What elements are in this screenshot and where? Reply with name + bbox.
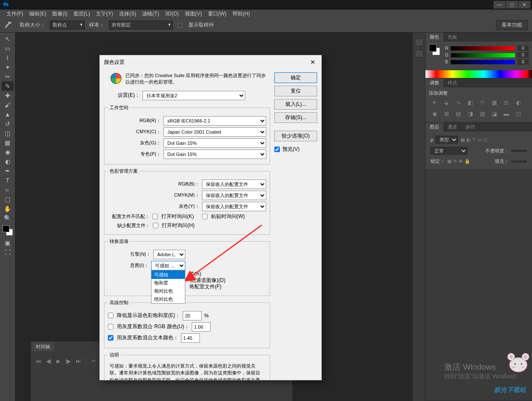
menu-image[interactable]: 图像(I) [49, 10, 70, 18]
hand-tool[interactable]: ✋ [2, 204, 14, 213]
mismatch-open-check[interactable] [152, 214, 158, 219]
p-rgb-select[interactable]: 保留嵌入的配置文件 [202, 180, 266, 189]
intent-select[interactable]: 可感知 ... [151, 261, 185, 270]
tl-prev-icon[interactable]: ◀| [46, 358, 51, 364]
p-cmyk-select[interactable]: 保留嵌入的配置文件 [202, 191, 266, 200]
adv-blend-text-check[interactable] [108, 335, 113, 341]
show-ring-checkbox[interactable] [177, 23, 182, 28]
tl-cut-icon[interactable]: ✄ [92, 358, 96, 364]
menu-3d[interactable]: 3D(D) [162, 11, 182, 17]
menu-edit[interactable]: 编辑(E) [26, 10, 49, 18]
lock-all-icon[interactable]: 🔒 [464, 159, 470, 164]
ws-gray-select[interactable]: Dot Gain 15% [163, 138, 266, 148]
stamp-tool[interactable]: ▲ [2, 110, 14, 119]
b-slider[interactable] [451, 60, 515, 64]
tl-last-icon[interactable]: ⏭ [76, 358, 81, 364]
settings-select[interactable]: 日本常规用途2 [143, 91, 245, 100]
crop-tool[interactable]: ✂ [2, 72, 14, 81]
adj-photo-icon[interactable]: ◉ [431, 110, 438, 117]
filter-shape-icon[interactable]: ▭ [477, 137, 481, 143]
adj-balance-icon[interactable]: ⚖ [502, 99, 510, 106]
menu-type[interactable]: 文字(Y) [93, 10, 116, 18]
tl-play-icon[interactable]: ▶ [56, 358, 60, 364]
reset-button[interactable]: 复位 [274, 86, 317, 96]
adv-blend-rgb-input[interactable] [192, 322, 211, 332]
sample-size-select[interactable]: 取样点 [50, 21, 85, 30]
path-tool[interactable]: ▹ [2, 185, 14, 195]
less-options-button[interactable]: 较少选项(O) [274, 131, 317, 141]
ws-rgb-select[interactable]: sRGB IEC61966-2.1 [163, 116, 266, 126]
lock-paint-icon[interactable]: ✎ [453, 159, 457, 164]
filter-pixel-icon[interactable]: ▦ [461, 137, 465, 143]
filter-smart-icon[interactable]: ◫ [483, 137, 487, 143]
adj-thresh-icon[interactable]: ◪ [490, 110, 498, 117]
zoom-tool[interactable]: 🔍 [2, 213, 14, 223]
history-brush-tool[interactable]: ↺ [2, 119, 14, 129]
minimize-button[interactable]: — [493, 1, 505, 9]
timeline-tab[interactable]: 时间轴 [32, 342, 54, 351]
color-swatches[interactable] [3, 225, 13, 236]
r-slider[interactable] [451, 46, 515, 51]
brush-tool[interactable]: 🖌 [2, 100, 14, 110]
adj-mixer-icon[interactable]: ⊞ [443, 110, 450, 117]
missing-open-check[interactable] [153, 223, 158, 228]
tab-channels[interactable]: 通道 [443, 123, 461, 132]
blur-tool[interactable]: ◉ [2, 147, 14, 157]
menu-layer[interactable]: 图层(L) [71, 10, 93, 18]
spectrum-bar[interactable] [425, 70, 532, 78]
eyedropper-tool[interactable]: ✎ [2, 81, 14, 91]
adj-exposure-icon[interactable]: ◧ [467, 99, 474, 106]
adv-blend-text-input[interactable] [181, 333, 200, 343]
gradient-tool[interactable]: ▦ [2, 138, 14, 147]
close-button[interactable]: × [518, 1, 530, 9]
adj-invert-icon[interactable]: ◨ [467, 110, 474, 117]
type-tool[interactable]: T [2, 176, 14, 185]
ws-spot-select[interactable]: Dot Gain 15% [163, 150, 266, 159]
adj-lookup-icon[interactable]: ▤ [455, 110, 462, 117]
lasso-tool[interactable]: ⌇ [2, 53, 14, 63]
intent-opt-relative[interactable]: 相对比色 [152, 287, 185, 295]
menu-view[interactable]: 视图(V) [182, 10, 205, 18]
adj-grad-icon[interactable]: ▬ [502, 110, 510, 117]
marquee-tool[interactable]: ▭ [2, 44, 14, 53]
panel-color-swatch[interactable] [429, 44, 440, 55]
mismatch-paste-check[interactable] [202, 214, 208, 219]
intent-opt-perceptual[interactable]: 可感知 [152, 271, 185, 279]
tab-paths[interactable]: 路径 [461, 123, 479, 132]
adv-desat-input[interactable] [183, 311, 202, 320]
dialog-close-button[interactable]: ✕ [309, 58, 317, 66]
tab-style[interactable]: 样式 [443, 78, 461, 87]
engine-select[interactable]: Adobe (... [153, 250, 185, 259]
lock-pos-icon[interactable]: ✥ [459, 159, 463, 164]
adj-bw-icon[interactable]: ◐ [514, 99, 522, 106]
adj-select-icon[interactable]: ◫ [514, 110, 522, 117]
wand-tool[interactable]: ✦ [2, 63, 14, 72]
adj-brightness-icon[interactable]: ☀ [431, 99, 438, 106]
intent-opt-absolute[interactable]: 绝对比色 [152, 295, 185, 303]
tab-color[interactable]: 颜色 [425, 33, 443, 42]
r-value[interactable]: 0 [517, 45, 529, 51]
maximize-button[interactable]: □ [506, 1, 518, 9]
adj-hue-icon[interactable]: ▦ [490, 99, 498, 106]
g-value[interactable]: 0 [517, 52, 529, 58]
heal-tool[interactable]: ✚ [2, 91, 14, 100]
g-slider[interactable] [451, 53, 515, 57]
tl-next-icon[interactable]: |▶ [65, 358, 71, 364]
move-tool[interactable]: ↖ [2, 34, 14, 44]
adv-blend-rgb-check[interactable] [108, 324, 113, 329]
kind-select[interactable]: 类型 [436, 136, 458, 144]
sample-layers-select[interactable]: 所有图层 [109, 21, 173, 30]
tl-first-icon[interactable]: ⏮ [36, 358, 41, 364]
b-value[interactable]: 0 [517, 59, 529, 65]
tab-adjust[interactable]: 调整 [425, 78, 443, 87]
filter-type-icon[interactable]: T [473, 137, 476, 143]
menu-help[interactable]: 帮助(H) [229, 10, 253, 18]
adj-vibrance-icon[interactable]: ▽ [479, 99, 486, 106]
adj-poster-icon[interactable]: ▥ [479, 110, 486, 117]
menu-file[interactable]: 文件(F) [3, 10, 26, 18]
blend-select[interactable]: 正常 [431, 147, 467, 155]
adj-levels-icon[interactable]: ⬙ [443, 99, 450, 106]
menu-select[interactable]: 选择(S) [116, 10, 139, 18]
screenmode-tool[interactable]: ⛶ [2, 248, 14, 257]
preview-check[interactable] [274, 147, 280, 152]
